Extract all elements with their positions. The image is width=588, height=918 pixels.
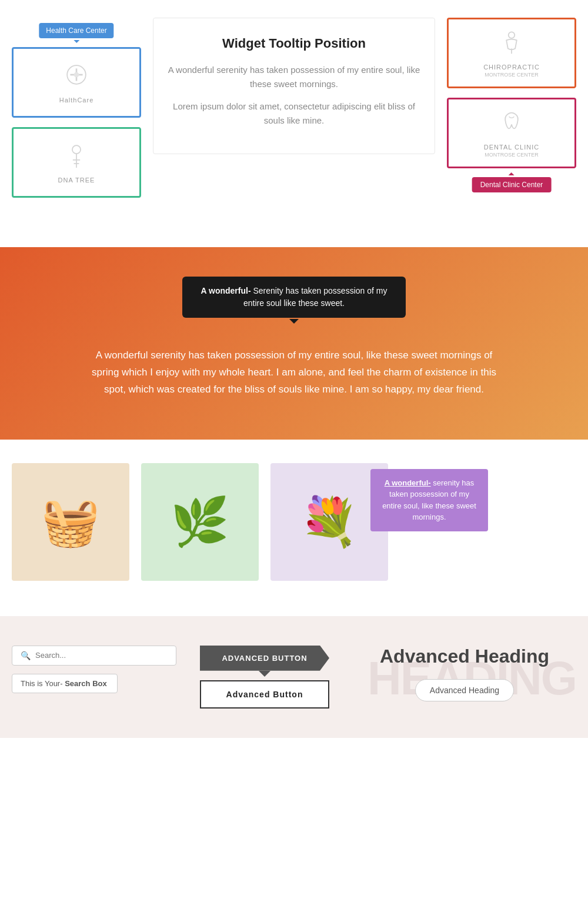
tooltip-purple: A wonderful- serenity has taken possessi… <box>370 469 488 531</box>
center-paragraph-1: A wonderful serenity has taken possessio… <box>165 63 423 91</box>
widget-card-chiropractic[interactable]: CHIROPRACTIC MONTROSE CENTER <box>447 18 576 88</box>
svg-point-8 <box>509 32 515 38</box>
advanced-heading-title: Advanced Heading <box>380 646 549 667</box>
widget-card-dental[interactable]: DENTAL CLINIC MONTROSE CENTER Dental Cli… <box>447 98 576 168</box>
right-cards-column: CHIROPRACTIC MONTROSE CENTER DENTAL CLIN… <box>447 18 576 198</box>
button-area: ADVANCED BUTTON Advanced Button <box>200 646 329 709</box>
center-paragraph-2: Lorem ipsum dolor sit amet, consectetur … <box>165 99 423 128</box>
widget-card-healthcare[interactable]: Health Care Center HalthCare <box>12 47 141 118</box>
section-orange: A wonderful- Serenity has taken possessi… <box>0 247 588 440</box>
card-healthcare-label: HalthCare <box>59 97 94 104</box>
advanced-heading-button[interactable]: Advanced Heading <box>415 679 514 701</box>
search-icon: 🔍 <box>21 651 31 660</box>
advanced-button-outline[interactable]: Advanced Button <box>200 680 329 709</box>
search-label-bold: Search Box <box>65 679 107 688</box>
btn-arrow-indicator <box>259 671 270 677</box>
basket-icon: 🧺 <box>12 463 129 581</box>
tooltip-dark: A wonderful- Serenity has taken possessi… <box>182 277 406 318</box>
card-chiropractic-sublabel: MONTROSE CENTER <box>485 72 539 78</box>
heading-area: HEADING Advanced Heading Advanced Headin… <box>353 646 576 701</box>
tooltip-pink: Dental Clinic Center <box>472 177 552 192</box>
center-content-panel: Widget Tooltip Position A wonderful sere… <box>153 18 435 154</box>
card-dental-sublabel: MONTROSE CENTER <box>485 152 539 158</box>
dental-icon <box>499 109 524 140</box>
search-label-prefix: This is Your- <box>21 679 65 688</box>
tooltip-dark-bold: A wonderful- <box>201 286 251 295</box>
tooltip-dark-rest: Serenity has taken possession of my enti… <box>243 286 387 308</box>
card-dental-label: DENTAL CLINIC <box>484 144 539 151</box>
search-input-wrap[interactable]: 🔍 <box>12 646 176 666</box>
left-cards-column: Health Care Center HalthCare <box>12 18 141 198</box>
dna-icon <box>64 142 89 173</box>
search-area: 🔍 This is Your- Search Box <box>12 646 176 693</box>
section-bottom: 🔍 This is Your- Search Box ADVANCED BUTT… <box>0 616 588 738</box>
plant-icon: 🌿 <box>141 463 259 581</box>
widget-card-dna[interactable]: DNA TREE <box>12 127 141 198</box>
image-plant: 🌿 <box>141 463 259 581</box>
section-tooltip: Health Care Center HalthCare <box>0 0 588 247</box>
search-input[interactable] <box>35 651 168 660</box>
center-title: Widget Tooltip Position <box>165 36 423 51</box>
chiropractic-icon <box>499 29 524 60</box>
section-images: 🧺 🌿 💐 A wonderful- serenity has taken po… <box>0 440 588 616</box>
healthcare-icon <box>64 62 89 93</box>
image-basket: 🧺 <box>12 463 129 581</box>
tooltip-blue: Health Care Center <box>39 23 113 38</box>
svg-point-3 <box>74 72 79 77</box>
card-chiropractic-label: CHIROPRACTIC <box>483 64 540 71</box>
card-dna-label: DNA TREE <box>58 177 95 184</box>
search-label-box: This is Your- Search Box <box>12 674 118 693</box>
tooltip-purple-bold: A wonderful- <box>385 478 431 487</box>
svg-point-4 <box>72 145 81 154</box>
advanced-button-dark[interactable]: ADVANCED BUTTON <box>200 646 329 671</box>
orange-body-text: A wonderful serenity has taken possessio… <box>88 347 500 398</box>
